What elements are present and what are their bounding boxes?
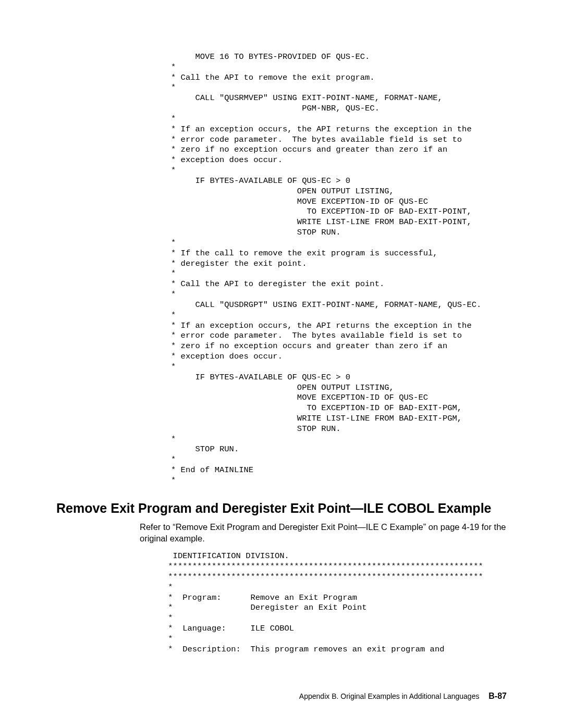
footer-text: Appendix B. Original Examples in Additio… xyxy=(299,692,480,700)
code-block-bottom: IDENTIFICATION DIVISION. ***************… xyxy=(163,551,507,655)
reference-paragraph: Refer to “Remove Exit Program and Deregi… xyxy=(140,521,507,545)
section-heading: Remove Exit Program and Deregister Exit … xyxy=(56,501,507,516)
page-footer: Appendix B. Original Examples in Additio… xyxy=(299,692,507,701)
code-block-top: MOVE 16 TO BYTES-PROVIDED OF QUS-EC. * *… xyxy=(171,52,507,486)
page-number: B-87 xyxy=(488,692,507,700)
